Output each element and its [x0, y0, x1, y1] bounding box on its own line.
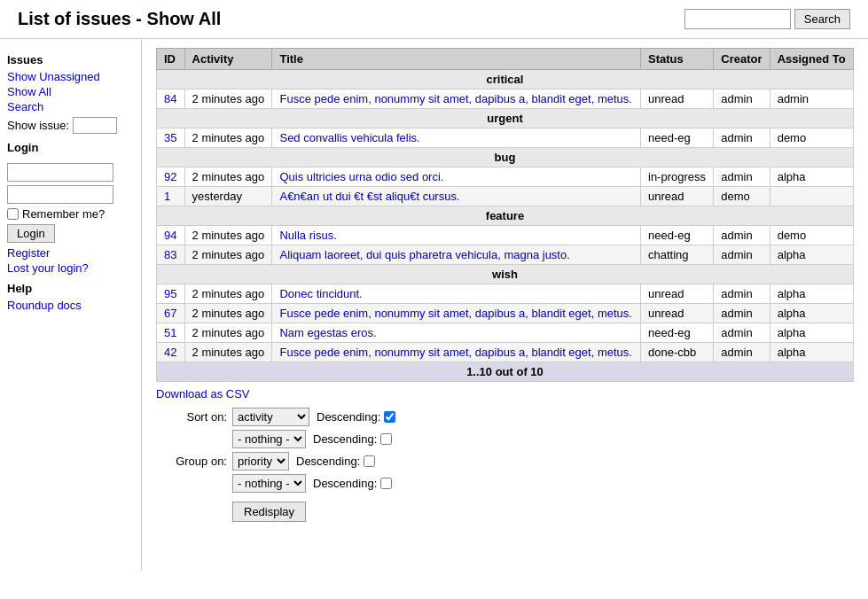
cell-title: Aliquam laoreet, dui quis pharetra vehic…: [272, 245, 641, 265]
cell-activity: 2 minutes ago: [184, 304, 272, 323]
issue-id-link[interactable]: 51: [164, 326, 176, 339]
login-button[interactable]: Login: [7, 224, 55, 243]
group-desc-1-checkbox[interactable]: [364, 455, 375, 467]
issue-id-link[interactable]: 1: [164, 190, 170, 203]
sidebar-help-heading: Help: [7, 282, 134, 295]
sidebar-search[interactable]: Search: [7, 100, 134, 113]
col-assigned-to: Assigned To: [770, 49, 853, 70]
sort-desc-2-checkbox[interactable]: [380, 433, 392, 445]
cell-id: 42: [157, 343, 185, 362]
cell-status: unread: [641, 187, 714, 206]
cell-title: Fusce pede enim, nonummy sit amet, dapib…: [272, 343, 641, 362]
issue-title-link[interactable]: Sed convallis vehicula felis.: [279, 131, 419, 144]
group-on-label: Group on:: [156, 455, 227, 468]
remember-row: Remember me?: [7, 207, 134, 221]
issue-id-link[interactable]: 95: [164, 287, 176, 300]
issue-title-link[interactable]: Nam egestas eros.: [279, 326, 376, 339]
sort-desc-1-label: Descending:: [317, 410, 395, 424]
issue-id-link[interactable]: 92: [164, 170, 176, 183]
issue-id-link[interactable]: 94: [164, 229, 176, 242]
col-status: Status: [641, 49, 714, 70]
cell-title: Sed convallis vehicula felis.: [272, 128, 641, 148]
sidebar-show-all[interactable]: Show All: [7, 85, 134, 98]
group-header-critical: critical: [157, 70, 854, 89]
cell-title: Nam egestas eros.: [272, 323, 641, 343]
cell-assigned_to: alpha: [770, 284, 853, 304]
cell-assigned_to: admin: [770, 89, 853, 109]
cell-creator: admin: [714, 167, 770, 187]
table-row: 422 minutes agoFusce pede enim, nonummy …: [157, 343, 854, 362]
login-password-input[interactable]: [7, 185, 113, 204]
cell-activity: yesterday: [184, 187, 272, 206]
cell-status: unread: [641, 304, 714, 323]
issue-title-link[interactable]: Fusce pede enim, nonummy sit amet, dapib…: [279, 307, 631, 320]
issue-id-link[interactable]: 67: [164, 307, 176, 320]
sort-on-label: Sort on:: [156, 410, 227, 424]
group-header-feature: feature: [157, 206, 854, 226]
header-search-input[interactable]: [684, 9, 791, 29]
group-select-1[interactable]: priorityactivityidtitlestatus: [232, 452, 289, 471]
issue-title-link[interactable]: Nulla risus.: [279, 229, 336, 242]
login-username-input[interactable]: [7, 163, 113, 182]
issue-title-link[interactable]: Quis ultricies urna odio sed orci.: [279, 170, 443, 183]
cell-status: unread: [641, 284, 714, 304]
login-section: Remember me? Login Register Lost your lo…: [7, 163, 134, 275]
csv-download-link[interactable]: Download as CSV: [156, 387, 250, 401]
sort-select-1[interactable]: activityidtitlestatuscreatorassignedto: [232, 408, 309, 426]
col-activity: Activity: [184, 49, 272, 70]
cell-title: Fusce pede enim, nonummy sit amet, dapib…: [272, 89, 641, 109]
cell-title: Fusce pede enim, nonummy sit amet, dapib…: [272, 304, 641, 323]
descending-label-g2: Descending:: [313, 477, 377, 490]
cell-id: 1: [157, 187, 185, 206]
cell-status: need-eg: [641, 226, 714, 245]
sort-desc-1-checkbox[interactable]: [384, 411, 395, 423]
cell-activity: 2 minutes ago: [184, 167, 272, 187]
sort-group-area: Sort on: activityidtitlestatuscreatorass…: [156, 408, 854, 522]
sidebar-register[interactable]: Register: [7, 246, 134, 260]
issue-title-link[interactable]: Fusce pede enim, nonummy sit amet, dapib…: [279, 92, 631, 105]
remember-me-checkbox[interactable]: [7, 208, 19, 220]
cell-creator: admin: [714, 284, 770, 304]
cell-activity: 2 minutes ago: [184, 245, 272, 265]
issue-id-link[interactable]: 35: [164, 131, 176, 144]
cell-creator: admin: [714, 128, 770, 148]
cell-creator: admin: [714, 226, 770, 245]
cell-activity: 2 minutes ago: [184, 323, 272, 343]
issue-title-link[interactable]: A€n€an ut dui €t €st aliqu€t cursus.: [279, 190, 459, 203]
issue-title-link[interactable]: Donec tincidunt.: [279, 287, 362, 300]
table-row: 832 minutes agoAliquam laoreet, dui quis…: [157, 245, 854, 265]
main-content: ID Activity Title Status Creator Assigne…: [142, 39, 868, 571]
cell-assigned_to: alpha: [770, 304, 853, 323]
cell-assigned_to: demo: [770, 226, 853, 245]
issue-id-link[interactable]: 84: [164, 92, 176, 105]
table-row: 952 minutes agoDonec tincidunt.unreadadm…: [157, 284, 854, 304]
cell-assigned_to: alpha: [770, 245, 853, 265]
header-search-button[interactable]: Search: [794, 9, 850, 29]
show-issue-row: Show issue:: [7, 117, 134, 134]
cell-status: unread: [641, 89, 714, 109]
cell-id: 67: [157, 304, 185, 323]
sort-select-2[interactable]: - nothing -activityidtitlestatus: [232, 430, 306, 448]
remember-me-label: Remember me?: [22, 207, 105, 221]
cell-creator: admin: [714, 343, 770, 362]
show-issue-input[interactable]: [73, 117, 117, 134]
cell-activity: 2 minutes ago: [184, 343, 272, 362]
issue-id-link[interactable]: 42: [164, 346, 176, 359]
col-creator: Creator: [714, 49, 770, 70]
issue-title-link[interactable]: Fusce pede enim, nonummy sit amet, dapib…: [279, 346, 631, 359]
cell-status: need-eg: [641, 323, 714, 343]
sidebar-show-unassigned[interactable]: Show Unassigned: [7, 70, 134, 83]
redisplay-button[interactable]: Redisplay: [232, 502, 306, 522]
sidebar-login-heading: Login: [7, 141, 134, 154]
cell-id: 92: [157, 167, 185, 187]
sidebar-lost-login[interactable]: Lost your login?: [7, 261, 134, 275]
sidebar-roundup-docs[interactable]: Roundup docs: [7, 299, 134, 312]
issue-id-link[interactable]: 83: [164, 248, 176, 261]
group-select-2[interactable]: - nothing -activityidtitlestatus: [232, 474, 306, 493]
cell-assigned_to: alpha: [770, 323, 853, 343]
cell-status: chatting: [641, 245, 714, 265]
issue-title-link[interactable]: Aliquam laoreet, dui quis pharetra vehic…: [279, 248, 569, 261]
summary-row: 1..10 out of 10: [157, 362, 854, 382]
group-desc-2-checkbox[interactable]: [380, 478, 392, 489]
group-desc-2-label: Descending:: [313, 477, 392, 490]
